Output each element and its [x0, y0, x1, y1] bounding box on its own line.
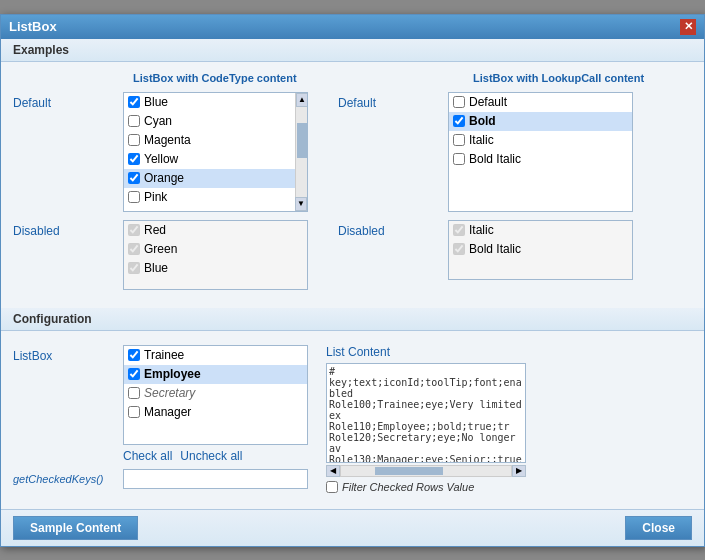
checkbox-bold-italic-disabled: [453, 243, 465, 255]
list-item: Blue: [124, 259, 307, 278]
disabled-row: Disabled Red Green Blue Disabled: [13, 220, 692, 290]
title-bar: ListBox ✕: [1, 15, 704, 39]
checkbox-red-disabled: [128, 224, 140, 236]
lookupcall-disabled-listbox: Italic Bold Italic: [448, 220, 633, 280]
checkbox-trainee[interactable]: [128, 349, 140, 361]
codetype-disabled-listbox: Red Green Blue: [123, 220, 308, 290]
list-item[interactable]: Trainee: [124, 346, 307, 365]
checkbox-cyan[interactable]: [128, 115, 140, 127]
checkbox-pink[interactable]: [128, 191, 140, 203]
lookupcall-disabled-section: Disabled Italic Bold Italic: [338, 220, 633, 280]
scroll-down[interactable]: ▼: [295, 197, 307, 211]
checkbox-italic-disabled: [453, 224, 465, 236]
check-all-link[interactable]: Check all: [123, 449, 172, 463]
checkbox-orange[interactable]: [128, 172, 140, 184]
disabled-label-left: Disabled: [13, 220, 123, 238]
checkbox-default[interactable]: [453, 96, 465, 108]
checkbox-secretary[interactable]: [128, 387, 140, 399]
h-scroll-thumb[interactable]: [375, 467, 443, 475]
checkbox-manager[interactable]: [128, 406, 140, 418]
list-item[interactable]: Yellow: [124, 150, 307, 169]
checkbox-blue-disabled: [128, 262, 140, 274]
lookupcall-default-section: Default Default Bold Italic Bold Italic: [338, 92, 633, 212]
list-content-scrollbar: ◀ ▶: [326, 465, 526, 477]
list-item[interactable]: Blue: [124, 93, 307, 112]
codetype-header: ListBox with CodeType content: [133, 72, 333, 84]
scroll-left-btn[interactable]: ◀: [326, 465, 340, 477]
list-item[interactable]: Bold Italic: [449, 150, 632, 169]
config-listbox[interactable]: Trainee Employee Secretary Manager: [123, 345, 308, 445]
list-item[interactable]: Italic: [449, 131, 632, 150]
list-item: Bold Italic: [449, 240, 632, 259]
checkbox-bold[interactable]: [453, 115, 465, 127]
scroll-right-btn[interactable]: ▶: [512, 465, 526, 477]
list-item-employee[interactable]: Employee: [124, 365, 307, 384]
config-listbox-row: ListBox Trainee Employee Secretary Manag…: [13, 345, 308, 445]
config-listbox-col: ListBox Trainee Employee Secretary Manag…: [13, 345, 308, 489]
list-item[interactable]: Magenta: [124, 131, 307, 150]
codetype-default-listbox[interactable]: Blue Cyan Magenta Yellow Orange Pink: [123, 92, 308, 212]
config-main-row: ListBox Trainee Employee Secretary Manag…: [13, 345, 692, 493]
default-row: Default Blue Cyan Magenta Yellow Orange: [13, 92, 692, 212]
list-item-manager[interactable]: Manager: [124, 403, 307, 422]
list-content-area: List Content # key;text;iconId;toolTip;f…: [326, 345, 526, 493]
checkbox-magenta[interactable]: [128, 134, 140, 146]
uncheck-all-link[interactable]: Uncheck all: [180, 449, 242, 463]
close-icon-btn[interactable]: ✕: [680, 19, 696, 35]
getchecked-row: getCheckedKeys() Role100;Role110: [13, 469, 308, 489]
checkbox-bold-italic[interactable]: [453, 153, 465, 165]
close-button[interactable]: Close: [625, 516, 692, 540]
checkbox-employee[interactable]: [128, 368, 140, 380]
scroll-thumb[interactable]: [297, 123, 307, 158]
configuration-section-header: Configuration: [1, 308, 704, 331]
examples-section-header: Examples: [1, 39, 704, 62]
lookupcall-header: ListBox with LookupCall content: [473, 72, 644, 84]
list-item[interactable]: Default: [449, 93, 632, 112]
list-item: Green: [124, 240, 307, 259]
filter-row: Filter Checked Rows Value: [326, 481, 526, 493]
examples-label: Examples: [13, 43, 69, 57]
checkbox-italic[interactable]: [453, 134, 465, 146]
scroll-up[interactable]: ▲: [296, 93, 308, 107]
list-item: Italic: [449, 221, 632, 240]
list-content-textarea[interactable]: # key;text;iconId;toolTip;font;enabled R…: [326, 363, 526, 463]
checkbox-green-disabled: [128, 243, 140, 255]
filter-label: Filter Checked Rows Value: [342, 481, 474, 493]
dialog-title: ListBox: [9, 19, 57, 34]
h-scroll-track[interactable]: [340, 465, 512, 477]
list-item: Red: [124, 221, 307, 240]
sample-content-button[interactable]: Sample Content: [13, 516, 138, 540]
filter-checkbox[interactable]: [326, 481, 338, 493]
default-label-left: Default: [13, 92, 123, 110]
list-content-label: List Content: [326, 345, 526, 359]
configuration-content: ListBox Trainee Employee Secretary Manag…: [1, 335, 704, 509]
list-item-orange[interactable]: Orange: [124, 169, 307, 188]
footer: Sample Content Close: [1, 509, 704, 546]
lookupcall-default-listbox[interactable]: Default Bold Italic Bold Italic: [448, 92, 633, 212]
list-item[interactable]: Cyan: [124, 112, 307, 131]
default-label-right: Default: [338, 92, 448, 110]
scrollbar[interactable]: ▲ ▼: [295, 93, 307, 211]
disabled-label-right: Disabled: [338, 220, 448, 238]
list-item-secretary[interactable]: Secretary: [124, 384, 307, 403]
check-links: Check all Uncheck all: [13, 449, 308, 463]
checkbox-blue[interactable]: [128, 96, 140, 108]
getchecked-label: getCheckedKeys(): [13, 473, 123, 485]
configuration-label: Configuration: [13, 312, 92, 326]
listbox-config-label: ListBox: [13, 345, 123, 363]
listbox-dialog: ListBox ✕ Examples ListBox with CodeType…: [0, 14, 705, 547]
list-item[interactable]: Pink: [124, 188, 307, 207]
getchecked-input[interactable]: Role100;Role110: [123, 469, 308, 489]
column-headers: ListBox with CodeType content ListBox wi…: [13, 72, 692, 84]
checkbox-yellow[interactable]: [128, 153, 140, 165]
list-item-bold[interactable]: Bold: [449, 112, 632, 131]
examples-content: ListBox with CodeType content ListBox wi…: [1, 62, 704, 308]
